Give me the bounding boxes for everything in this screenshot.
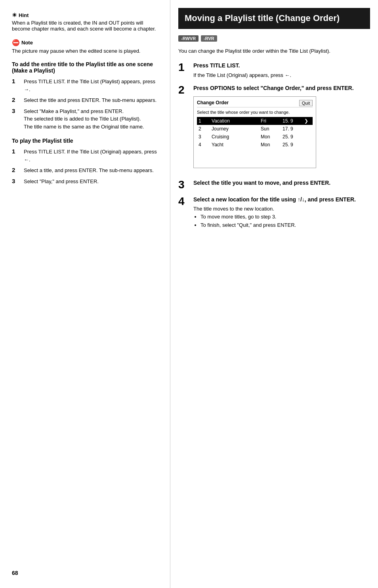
change-order-dialog: Change Order Select the title whose orde…: [193, 96, 316, 168]
list-item: 2 Select a title, and press ENTER. The s…: [12, 167, 162, 174]
row-num: 1: [197, 117, 210, 125]
hint-body: When a Playlist title is created, the IN…: [12, 20, 162, 32]
step-num: 2: [12, 96, 24, 103]
row-date: 17. 9: [281, 125, 303, 133]
dialog-table: 1 Vacation Fri 15. 9 ❯ 2 Journey Sun 17.…: [197, 117, 313, 165]
right-step-2: 2 Press OPTIONS to select "Change Order,…: [178, 84, 370, 174]
note-body: The picture may pause when the edited sc…: [12, 48, 162, 54]
step-title: Press OPTIONS to select "Change Order," …: [193, 84, 370, 92]
step-text: Select the title and press ENTER. The su…: [24, 96, 157, 104]
row-day: Mon: [259, 133, 281, 141]
list-item: 3 Select "Play," and press ENTER.: [12, 178, 162, 186]
hint-title: ☀ Hint: [12, 12, 162, 18]
list-item: To move more titles, go to step 3.: [200, 213, 370, 221]
empty-row: [197, 149, 313, 157]
step-num: 1: [12, 148, 24, 155]
step-content: Select a new location for the title usin…: [193, 196, 370, 230]
intro-text: You can change the Playlist title order …: [178, 47, 370, 55]
row-num: 2: [197, 125, 210, 133]
left-column: ☀ Hint When a Playlist title is created,…: [0, 0, 170, 588]
step-num: 3: [12, 107, 24, 114]
step-title: Press TITLE LIST.: [193, 62, 370, 70]
step-desc: If the Title List (Original) appears, pr…: [193, 71, 370, 79]
row-name: Yacht: [210, 141, 259, 149]
row-day: Fri: [259, 117, 281, 125]
bullet-list: To move more titles, go to step 3. To fi…: [193, 213, 370, 230]
section2-steps: 1 Press TITLE LIST. If the Title List (O…: [12, 148, 162, 185]
table-row: [197, 149, 313, 157]
hint-label: Hint: [19, 12, 29, 18]
row-num: 4: [197, 141, 210, 149]
right-step-1: 1 Press TITLE LIST. If the Title List (O…: [178, 62, 370, 79]
step-num: 3: [12, 178, 24, 184]
badge-rwvr: -RWVR: [178, 35, 199, 42]
page-wrapper: ☀ Hint When a Playlist title is created,…: [0, 0, 378, 588]
table-row: 1 Vacation Fri 15. 9 ❯: [197, 117, 313, 125]
hint-icon: ☀: [12, 12, 17, 18]
note-icon: ⛔: [12, 39, 20, 46]
note-label: Note: [21, 40, 33, 46]
badge-rvr: -RVR: [201, 35, 217, 42]
list-item: 1 Press TITLE LIST. If the Title List (P…: [12, 78, 162, 93]
badge-row: -RWVR -RVR: [178, 35, 370, 42]
note-title: ⛔ Note: [12, 39, 162, 46]
right-header: Moving a Playlist title (Change Order): [178, 8, 370, 29]
row-arrow: [303, 125, 313, 133]
row-date: 15. 9: [281, 117, 303, 125]
empty-row: [197, 157, 313, 165]
dialog-title: Change Order: [197, 100, 313, 107]
step-num: 1: [12, 78, 24, 84]
right-step-3: 3 Select the title you want to move, and…: [178, 179, 370, 190]
step-text: Select "Play," and press ENTER.: [24, 178, 99, 186]
list-item: 2 Select the title and press ENTER. The …: [12, 96, 162, 104]
step-content: Select the title you want to move, and p…: [193, 179, 370, 189]
right-column: Moving a Playlist title (Change Order) -…: [170, 0, 378, 588]
row-date: 25. 9: [281, 141, 303, 149]
right-title: Moving a Playlist title (Change Order): [185, 13, 364, 24]
step-number: 2: [178, 84, 193, 96]
step-number: 4: [178, 196, 193, 207]
step-desc: The title moves to the new location.: [193, 205, 370, 213]
table-row: [197, 157, 313, 165]
step-number: 3: [178, 179, 193, 190]
row-day: Mon: [259, 141, 281, 149]
note-section: ⛔ Note The picture may pause when the ed…: [12, 39, 162, 54]
section1-steps: 1 Press TITLE LIST. If the Title List (P…: [12, 78, 162, 130]
row-name: Vacation: [210, 117, 259, 125]
dialog-instruction: Select the title whose order you want to…: [197, 110, 313, 115]
row-name: Journey: [210, 125, 259, 133]
step-title: Select a new location for the title usin…: [193, 196, 370, 204]
list-item: 1 Press TITLE LIST. If the Title List (O…: [12, 148, 162, 163]
row-day: Sun: [259, 125, 281, 133]
step-content: Press OPTIONS to select "Change Order," …: [193, 84, 370, 174]
table-row: 2 Journey Sun 17. 9: [197, 125, 313, 133]
step-title: Select the title you want to move, and p…: [193, 179, 370, 187]
quit-button[interactable]: Quit: [299, 100, 313, 106]
hint-section: ☀ Hint When a Playlist title is created,…: [12, 12, 162, 32]
table-row: 3 Cruising Mon 25. 9: [197, 133, 313, 141]
step-content: Press TITLE LIST. If the Title List (Ori…: [193, 62, 370, 79]
step-text: Press TITLE LIST. If the Title List (Pla…: [24, 78, 162, 93]
list-item: To finish, select "Quit," and press ENTE…: [200, 221, 370, 230]
section2-heading: To play the Playlist title: [12, 138, 162, 144]
step-text: Select "Make a Playlist," and press ENTE…: [24, 107, 144, 131]
list-item: 3 Select "Make a Playlist," and press EN…: [12, 107, 162, 131]
page-number: 68: [12, 570, 18, 576]
row-name: Cruising: [210, 133, 259, 141]
step-text: Select a title, and press ENTER. The sub…: [24, 167, 154, 174]
step-num: 2: [12, 167, 24, 173]
section1-heading: To add the entire title to the Playlist …: [12, 61, 162, 74]
table-row: 4 Yacht Mon 25. 9: [197, 141, 313, 149]
row-date: 25. 9: [281, 133, 303, 141]
row-arrow: [303, 141, 313, 149]
row-arrow: ❯: [303, 117, 313, 125]
right-step-4: 4 Select a new location for the title us…: [178, 196, 370, 230]
step-number: 1: [178, 62, 193, 73]
row-num: 3: [197, 133, 210, 141]
step-text: Press TITLE LIST. If the Title List (Ori…: [24, 148, 162, 163]
row-arrow: [303, 133, 313, 141]
